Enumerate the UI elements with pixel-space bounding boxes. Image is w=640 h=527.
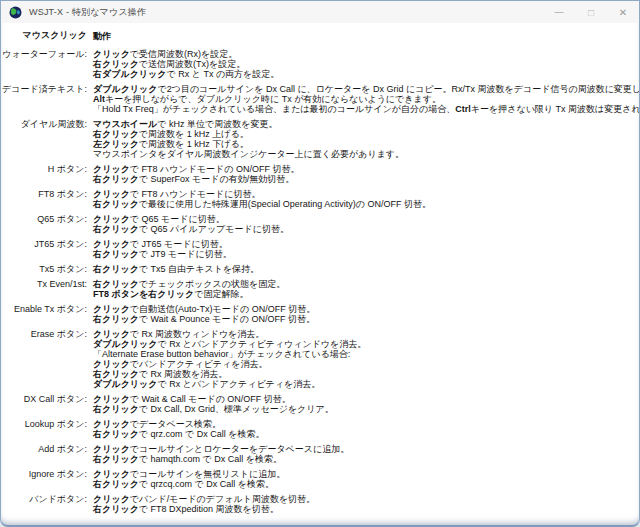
row-actions: クリックで JT65 モードに切替。右クリックで JT9 モードに切替。 — [93, 239, 631, 259]
row-label: H ボタン: — [1, 164, 87, 184]
row-actions: ダブルクリックで2つ目のコールサインを Dx Call に、ロケーターを Dx … — [93, 84, 631, 114]
action-line: クリックでバンド/モードのデフォルト周波数を切替。 — [93, 494, 631, 504]
row-label: Lookup ボタン: — [1, 419, 87, 439]
action-line: クリックで Wait & Call モードの ON/OFF 切替。 — [93, 394, 631, 404]
action-line: クリックでデータベース検索。 — [93, 419, 631, 429]
action-line: 右クリックで Q65 パイルアップモードに切替。 — [93, 224, 631, 234]
table-row: Ignore ボタン:クリックでコールサインを無視リストに追加。右クリックで q… — [1, 469, 631, 489]
action-line: 右クリックでチェックボックスの状態を固定。 — [93, 279, 631, 289]
row-label: Enable Tx ボタン: — [1, 304, 87, 324]
action-line: 右クリックで Dx Call, Dx Grid、標準メッセージをクリア。 — [93, 404, 631, 414]
row-label: Tx Even/1st: — [1, 279, 87, 299]
action-line: ダブルクリックで Rx とバンドアクティビティを消去。 — [93, 379, 631, 389]
minimize-button[interactable]: — — [543, 1, 575, 23]
row-actions: クリックでデータベース検索。右クリックで qrz.com で Dx Call を… — [93, 419, 631, 439]
row-label: バンドボタン: — [1, 494, 87, 514]
row-actions: 右クリックで Tx5 自由テキストを保持。 — [93, 264, 631, 274]
table-row: Enable Tx ボタン:クリックで自動送信(Auto-Tx)モードの ON/… — [1, 304, 631, 324]
row-actions: クリックで Wait & Call モードの ON/OFF 切替。右クリックで … — [93, 394, 631, 414]
action-line: クリックでコールサインとロケーターをデータベースに追加。 — [93, 444, 631, 454]
special-mouse-commands-dialog: WSJT-X - 特別なマウス操作 — □ ✕ マウスクリック 動作 ウォーター… — [0, 0, 640, 527]
action-line: 右クリックで Tx5 自由テキストを保持。 — [93, 264, 631, 274]
action-line: 左クリックで周波数を 1 kHz 下げる。 — [93, 139, 631, 149]
action-line: 右クリックで SuperFox モードの有効/無効切替。 — [93, 174, 631, 184]
row-actions: クリックで受信周波数(Rx)を設定。右クリックで送信周波数(Tx)を設定。右ダブ… — [93, 49, 631, 79]
table-row: Lookup ボタン:クリックでデータベース検索。右クリックで qrz.com … — [1, 419, 631, 439]
action-line: 右クリックで qrz.com で Dx Call を検索。 — [93, 429, 631, 439]
action-line: クリックで Rx 周波数ウィンドウを消去。 — [93, 329, 631, 339]
table-row: H ボタン:クリックで FT8 ハウンドモードの ON/OFF 切替。右クリック… — [1, 164, 631, 184]
action-line: クリックで受信周波数(Rx)を設定。 — [93, 49, 631, 59]
action-line: 右クリックで FT8 DXpedition 周波数を切替。 — [93, 504, 631, 514]
action-line: FT8 ボタンを右クリックで固定解除。 — [93, 289, 631, 299]
action-line: クリックでバンドアクティビティを消去。 — [93, 359, 631, 369]
table-row: FT8 ボタン:クリックで FT8 ハウンドモードに切替。右クリックで最後に使用… — [1, 189, 631, 209]
row-label: ダイヤル周波数: — [1, 119, 87, 159]
action-line: 右クリックで Wait & Pounce モードの ON/OFF 切替。 — [93, 314, 631, 324]
table-row: Add ボタン:クリックでコールサインとロケーターをデータベースに追加。右クリッ… — [1, 444, 631, 464]
action-line: ダブルクリックで2つ目のコールサインを Dx Call に、ロケーターを Dx … — [93, 84, 631, 94]
action-line: マウスポインタをダイヤル周波数インジケーター上に置く必要があります。 — [93, 149, 631, 159]
column-header-mouse-click: マウスクリック — [1, 30, 87, 43]
row-label: Tx5 ボタン: — [1, 264, 87, 274]
help-content: マウスクリック 動作 ウォーターフォール:クリックで受信周波数(Rx)を設定。右… — [1, 23, 639, 525]
action-line: ダブルクリックで Rx とバンドアクティビティウィンドウを消去。 — [93, 339, 631, 349]
action-line: 右クリックで hamqth.com で Dx Call を検索。 — [93, 454, 631, 464]
table-row: デコード済テキスト:ダブルクリックで2つ目のコールサインを Dx Call に、… — [1, 84, 631, 114]
action-line: クリックで Q65 モードに切替。 — [93, 214, 631, 224]
row-actions: マウスホイールで kHz 単位で周波数を変更。右クリックで周波数を 1 kHz … — [93, 119, 631, 159]
row-actions: クリックで Q65 モードに切替。右クリックで Q65 パイルアップモードに切替… — [93, 214, 631, 234]
row-actions: クリックでバンド/モードのデフォルト周波数を切替。右クリックで FT8 DXpe… — [93, 494, 631, 514]
row-actions: クリックで FT8 ハウンドモードの ON/OFF 切替。右クリックで Supe… — [93, 164, 631, 184]
action-line: マウスホイールで kHz 単位で周波数を変更。 — [93, 119, 631, 129]
table-header-row: マウスクリック 動作 — [1, 30, 631, 43]
wsjtx-app-icon — [9, 6, 22, 19]
action-line: 右クリックで qrzcq.com で Dx Call を検索。 — [93, 479, 631, 489]
action-line: クリックで自動送信(Auto-Tx)モードの ON/OFF 切替。 — [93, 304, 631, 314]
table-row: Q65 ボタン:クリックで Q65 モードに切替。右クリックで Q65 パイルア… — [1, 214, 631, 234]
table-row: Erase ボタン:クリックで Rx 周波数ウィンドウを消去。ダブルクリックで … — [1, 329, 631, 389]
table-row: バンドボタン:クリックでバンド/モードのデフォルト周波数を切替。右クリックで F… — [1, 494, 631, 514]
titlebar[interactable]: WSJT-X - 特別なマウス操作 — □ ✕ — [1, 1, 639, 23]
action-line: 右クリックで Rx 周波数を消去。 — [93, 369, 631, 379]
mouse-commands-table: ウォーターフォール:クリックで受信周波数(Rx)を設定。右クリックで送信周波数(… — [1, 49, 631, 514]
row-label: Q65 ボタン: — [1, 214, 87, 234]
table-row: Tx Even/1st:右クリックでチェックボックスの状態を固定。FT8 ボタン… — [1, 279, 631, 299]
column-header-action: 動作 — [93, 30, 631, 43]
action-line: クリックで JT65 モードに切替。 — [93, 239, 631, 249]
row-actions: クリックでコールサインとロケーターをデータベースに追加。右クリックで hamqt… — [93, 444, 631, 464]
row-label: デコード済テキスト: — [1, 84, 87, 114]
window-title: WSJT-X - 特別なマウス操作 — [29, 6, 146, 19]
row-label: DX Call ボタン: — [1, 394, 87, 414]
action-line: 「Hold Tx Freq」がチェックされている場合、または最初のコールサインが… — [93, 104, 631, 114]
row-actions: クリックで Rx 周波数ウィンドウを消去。ダブルクリックで Rx とバンドアクテ… — [93, 329, 631, 389]
row-label: JT65 ボタン: — [1, 239, 87, 259]
action-line: 右クリックで JT9 モードに切替。 — [93, 249, 631, 259]
table-row: JT65 ボタン:クリックで JT65 モードに切替。右クリックで JT9 モー… — [1, 239, 631, 259]
row-actions: クリックでコールサインを無視リストに追加。右クリックで qrzcq.com で … — [93, 469, 631, 489]
row-actions: 右クリックでチェックボックスの状態を固定。FT8 ボタンを右クリックで固定解除。 — [93, 279, 631, 299]
table-row: ウォーターフォール:クリックで受信周波数(Rx)を設定。右クリックで送信周波数(… — [1, 49, 631, 79]
row-label: Erase ボタン: — [1, 329, 87, 389]
maximize-button[interactable]: □ — [575, 1, 607, 23]
row-label: Ignore ボタン: — [1, 469, 87, 489]
action-line: クリックでコールサインを無視リストに追加。 — [93, 469, 631, 479]
action-line: クリックで FT8 ハウンドモードの ON/OFF 切替。 — [93, 164, 631, 174]
action-line: クリックで FT8 ハウンドモードに切替。 — [93, 189, 631, 199]
row-label: Add ボタン: — [1, 444, 87, 464]
table-row: Tx5 ボタン:右クリックで Tx5 自由テキストを保持。 — [1, 264, 631, 274]
row-label: ウォーターフォール: — [1, 49, 87, 79]
table-row: DX Call ボタン:クリックで Wait & Call モードの ON/OF… — [1, 394, 631, 414]
action-line: 「Alternate Erase button behavior」がチェックされ… — [93, 349, 631, 359]
table-row: ダイヤル周波数:マウスホイールで kHz 単位で周波数を変更。右クリックで周波数… — [1, 119, 631, 159]
action-line: 右クリックで最後に使用した特殊運用(Special Operating Acti… — [93, 199, 631, 209]
action-line: Altキーを押しながらで、ダブルクリック時に Tx が有効にならないようにできま… — [93, 94, 631, 104]
row-label: FT8 ボタン: — [1, 189, 87, 209]
action-line: 右ダブルクリックで Rx と Tx の両方を設定。 — [93, 69, 631, 79]
close-button[interactable]: ✕ — [607, 1, 639, 23]
row-actions: クリックで FT8 ハウンドモードに切替。右クリックで最後に使用した特殊運用(S… — [93, 189, 631, 209]
action-line: 右クリックで周波数を 1 kHz 上げる。 — [93, 129, 631, 139]
window-controls: — □ ✕ — [543, 1, 639, 23]
action-line: 右クリックで送信周波数(Tx)を設定。 — [93, 59, 631, 69]
row-actions: クリックで自動送信(Auto-Tx)モードの ON/OFF 切替。右クリックで … — [93, 304, 631, 324]
